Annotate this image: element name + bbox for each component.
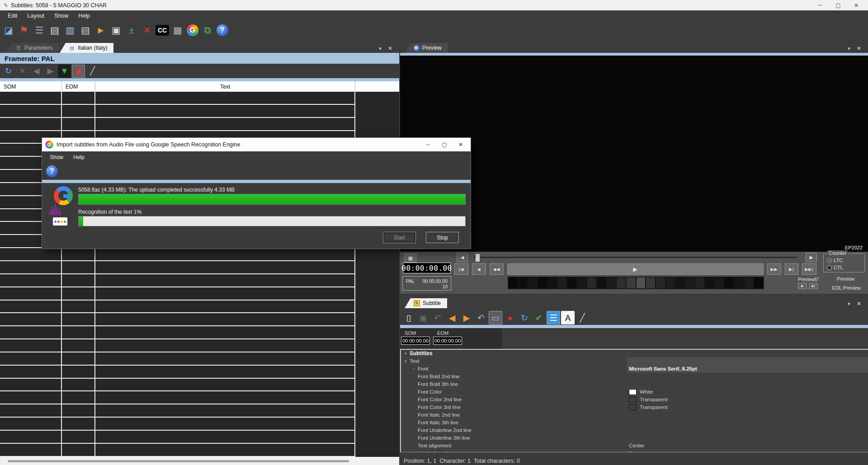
- grid-cell[interactable]: [0, 418, 62, 430]
- subtitle-grid-row[interactable]: [0, 118, 355, 131]
- grid-cell[interactable]: [62, 301, 95, 313]
- expander-icon[interactable]: ›: [411, 366, 416, 371]
- grid-cell[interactable]: [95, 352, 355, 365]
- grid-cell[interactable]: [0, 444, 62, 456]
- film-mode-button[interactable]: ▦: [405, 254, 416, 263]
- stop-button[interactable]: Stop: [426, 232, 459, 243]
- dialog-menu-help[interactable]: Help: [68, 153, 90, 162]
- grid-cell[interactable]: [0, 404, 62, 417]
- subtitle-grid-row[interactable]: [0, 261, 355, 274]
- grid-cell[interactable]: [0, 248, 62, 260]
- subtitle-grid-row[interactable]: [0, 444, 355, 457]
- grid-cell[interactable]: [95, 248, 355, 260]
- grid-cell[interactable]: [62, 248, 95, 260]
- rewind-button[interactable]: ◀◀: [490, 263, 504, 275]
- subtitle-grid-row[interactable]: [0, 105, 355, 118]
- som-input[interactable]: 00:00:00.00: [401, 337, 430, 345]
- property-row-font-color-3rd-line[interactable]: Font Color 3rd lineTransparent: [401, 404, 868, 411]
- grid-cell[interactable]: [62, 287, 95, 300]
- property-row-subtitles[interactable]: ∨Subtitles: [401, 350, 868, 357]
- grid-cell[interactable]: [95, 92, 355, 104]
- tab-subtitle[interactable]: ✎ Subtitle: [405, 298, 447, 308]
- go-start-button[interactable]: |◀: [454, 263, 468, 275]
- grid-cell[interactable]: [0, 313, 62, 325]
- subtitle-grid-row[interactable]: [0, 379, 355, 392]
- subtitle-grid-row[interactable]: [0, 339, 355, 352]
- grid-cell[interactable]: [95, 418, 355, 430]
- help-icon[interactable]: ?: [217, 24, 228, 36]
- grid-cell[interactable]: [62, 261, 95, 273]
- frame-forward-button[interactable]: ▶|: [785, 263, 798, 275]
- fast-forward-button[interactable]: ▶▶: [767, 263, 781, 275]
- copy-subtitles-icon[interactable]: ▤: [78, 23, 93, 38]
- grid-cell[interactable]: [95, 261, 355, 273]
- subtitle-grid-row[interactable]: [0, 301, 355, 314]
- format-lines-icon[interactable]: ☰: [547, 311, 560, 324]
- numbered-list-icon[interactable]: ☰: [32, 23, 47, 38]
- close-button[interactable]: ✕: [453, 139, 468, 150]
- property-value[interactable]: Center: [627, 442, 868, 449]
- subtitle-grid-row[interactable]: [0, 418, 355, 431]
- menu-edit[interactable]: Edit: [3, 11, 23, 20]
- save-subtitle-icon[interactable]: ▣: [416, 311, 430, 324]
- prev-clip-icon[interactable]: ◀: [30, 65, 43, 78]
- grid-cell[interactable]: [0, 431, 62, 443]
- tab-parameters[interactable]: ☰ Parameters: [6, 43, 59, 53]
- property-value[interactable]: [627, 411, 868, 418]
- grid-cell[interactable]: [62, 118, 95, 130]
- menu-layout[interactable]: Layout: [23, 11, 50, 20]
- grid-cell[interactable]: [95, 379, 355, 391]
- grid-cell[interactable]: [62, 92, 95, 104]
- grid-cell[interactable]: [0, 326, 62, 338]
- property-value[interactable]: Transparent: [627, 396, 868, 403]
- ctl-radio-icon[interactable]: [827, 265, 832, 270]
- chevron-down-icon[interactable]: ▾: [845, 300, 853, 307]
- subtitle-grid-row[interactable]: [0, 404, 355, 418]
- next-clip-icon[interactable]: ▶: [44, 65, 57, 78]
- chevron-down-icon[interactable]: ▾: [376, 45, 384, 52]
- play-button[interactable]: ▶: [507, 263, 764, 275]
- timeline-slider[interactable]: [473, 257, 797, 258]
- go-end-button[interactable]: ▶▶|: [802, 263, 816, 275]
- property-value[interactable]: [627, 357, 868, 365]
- property-row-font-color[interactable]: Font ColorWhite: [401, 388, 868, 396]
- subtitle-grid-row[interactable]: [0, 352, 355, 366]
- expander-icon[interactable]: ∨: [403, 351, 408, 356]
- grid-cell[interactable]: [95, 366, 355, 378]
- edl-preview-option-label[interactable]: EDL Preview: [832, 285, 861, 291]
- undo-gray-icon[interactable]: ↶: [431, 311, 444, 324]
- grid-cell[interactable]: [0, 352, 62, 365]
- grid-cell[interactable]: [95, 391, 355, 404]
- property-row-font-underline-3th-line[interactable]: Font Underline 3th line: [401, 434, 868, 442]
- grid-cell[interactable]: [62, 431, 95, 443]
- property-row-vertical-position[interactable]: Vertical position3: [401, 450, 868, 452]
- undo-icon[interactable]: ↶: [474, 311, 488, 324]
- property-value[interactable]: White: [627, 388, 868, 395]
- script-document-icon[interactable]: ▤: [47, 23, 62, 38]
- help-icon[interactable]: ?: [46, 165, 58, 177]
- grid-cell[interactable]: [62, 274, 95, 287]
- new-subtitle-icon[interactable]: ▯: [402, 311, 415, 324]
- property-value[interactable]: Microsoft Sans Serif, 8.25pt: [627, 365, 868, 372]
- import-video-icon[interactable]: ▼: [58, 65, 71, 78]
- grid-cell[interactable]: [0, 92, 62, 104]
- ltc-radio-icon[interactable]: [827, 258, 832, 263]
- property-row-text[interactable]: ∨Text: [401, 357, 868, 365]
- prev-subtitle-icon[interactable]: ◀: [445, 311, 459, 324]
- next-subtitle-icon[interactable]: ▶: [460, 311, 473, 324]
- grid-cell[interactable]: [95, 444, 355, 456]
- subtitle-grid-row[interactable]: [0, 248, 355, 261]
- radio-ltc[interactable]: LTC: [827, 258, 843, 263]
- grid-cell[interactable]: [95, 301, 355, 313]
- close-icon[interactable]: ✕: [386, 45, 394, 52]
- tab-italian-italy[interactable]: ▤ Italian (Italy): [60, 43, 113, 53]
- cut-icon[interactable]: ✕: [16, 65, 29, 78]
- grid-cell[interactable]: [62, 379, 95, 391]
- property-value[interactable]: Transparent: [627, 404, 868, 411]
- subtitle-grid-row[interactable]: [0, 274, 355, 287]
- import-subtitles-icon[interactable]: ▥: [63, 23, 77, 38]
- property-value[interactable]: [627, 434, 868, 442]
- expander-icon[interactable]: ∨: [403, 359, 408, 363]
- property-value[interactable]: [627, 373, 868, 380]
- grid-cell[interactable]: [0, 391, 62, 404]
